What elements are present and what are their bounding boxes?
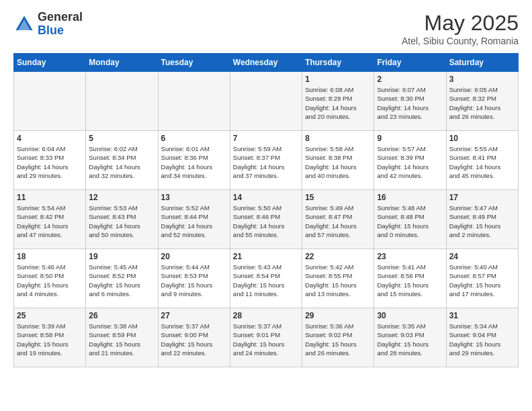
logo: General Blue xyxy=(13,11,83,38)
table-row: 10Sunrise: 5:55 AM Sunset: 8:41 PM Dayli… xyxy=(446,131,518,190)
calendar-header: Sunday Monday Tuesday Wednesday Thursday… xyxy=(14,54,519,72)
day-info: Sunrise: 5:47 AM Sunset: 8:49 PM Dayligh… xyxy=(449,203,515,239)
header-thursday: Thursday xyxy=(302,54,374,72)
table-row: 3Sunrise: 6:05 AM Sunset: 8:32 PM Daylig… xyxy=(446,72,518,131)
day-info: Sunrise: 5:35 AM Sunset: 9:03 PM Dayligh… xyxy=(377,322,443,357)
day-number: 14 xyxy=(233,193,299,202)
day-number: 23 xyxy=(377,252,443,261)
table-row: 24Sunrise: 5:40 AM Sunset: 8:57 PM Dayli… xyxy=(446,249,518,308)
day-info: Sunrise: 5:42 AM Sunset: 8:55 PM Dayligh… xyxy=(305,263,371,298)
table-row: 29Sunrise: 5:36 AM Sunset: 9:02 PM Dayli… xyxy=(302,308,374,367)
day-info: Sunrise: 6:05 AM Sunset: 8:32 PM Dayligh… xyxy=(449,85,515,121)
table-row: 11Sunrise: 5:54 AM Sunset: 8:42 PM Dayli… xyxy=(14,190,86,249)
header-friday: Friday xyxy=(374,54,446,72)
table-row: 6Sunrise: 6:01 AM Sunset: 8:36 PM Daylig… xyxy=(158,131,230,190)
day-number: 5 xyxy=(89,134,154,143)
table-row: 9Sunrise: 5:57 AM Sunset: 8:39 PM Daylig… xyxy=(374,131,446,190)
day-info: Sunrise: 5:59 AM Sunset: 8:37 PM Dayligh… xyxy=(233,144,299,180)
day-info: Sunrise: 5:55 AM Sunset: 8:41 PM Dayligh… xyxy=(449,144,515,180)
logo-blue: Blue xyxy=(38,24,64,37)
day-info: Sunrise: 6:07 AM Sunset: 8:30 PM Dayligh… xyxy=(377,85,443,121)
table-row: 5Sunrise: 6:02 AM Sunset: 8:34 PM Daylig… xyxy=(86,131,158,190)
day-info: Sunrise: 5:49 AM Sunset: 8:47 PM Dayligh… xyxy=(305,203,371,239)
day-number: 1 xyxy=(305,75,371,84)
table-row: 22Sunrise: 5:42 AM Sunset: 8:55 PM Dayli… xyxy=(302,249,374,308)
day-number: 2 xyxy=(377,75,443,84)
day-info: Sunrise: 5:36 AM Sunset: 9:02 PM Dayligh… xyxy=(305,322,371,357)
table-row: 25Sunrise: 5:39 AM Sunset: 8:58 PM Dayli… xyxy=(14,308,86,367)
day-info: Sunrise: 5:54 AM Sunset: 8:42 PM Dayligh… xyxy=(17,203,83,239)
table-row: 13Sunrise: 5:52 AM Sunset: 8:44 PM Dayli… xyxy=(158,190,230,249)
day-number: 29 xyxy=(305,311,371,320)
day-number: 4 xyxy=(17,134,83,143)
day-number: 9 xyxy=(377,134,443,143)
day-number: 17 xyxy=(449,193,515,202)
day-info: Sunrise: 5:58 AM Sunset: 8:38 PM Dayligh… xyxy=(305,144,371,180)
day-number: 19 xyxy=(89,252,154,261)
header: General Blue May 2025 Atel, Sibiu County… xyxy=(13,11,519,46)
day-number: 8 xyxy=(305,134,371,143)
day-info: Sunrise: 5:50 AM Sunset: 8:46 PM Dayligh… xyxy=(233,203,299,239)
header-wednesday: Wednesday xyxy=(230,54,302,72)
table-row: 19Sunrise: 5:45 AM Sunset: 8:52 PM Dayli… xyxy=(86,249,158,308)
table-row: 8Sunrise: 5:58 AM Sunset: 8:38 PM Daylig… xyxy=(302,131,374,190)
logo-icon xyxy=(13,13,35,35)
day-info: Sunrise: 5:44 AM Sunset: 8:53 PM Dayligh… xyxy=(161,263,227,298)
table-row: 1Sunrise: 6:08 AM Sunset: 8:29 PM Daylig… xyxy=(302,72,374,131)
day-info: Sunrise: 5:37 AM Sunset: 9:01 PM Dayligh… xyxy=(233,322,299,357)
day-number: 30 xyxy=(377,311,443,320)
day-info: Sunrise: 5:37 AM Sunset: 9:00 PM Dayligh… xyxy=(161,322,227,357)
table-row xyxy=(14,72,86,131)
day-info: Sunrise: 5:43 AM Sunset: 8:54 PM Dayligh… xyxy=(233,263,299,298)
day-number: 21 xyxy=(233,252,299,261)
day-info: Sunrise: 5:34 AM Sunset: 9:04 PM Dayligh… xyxy=(449,322,515,357)
day-info: Sunrise: 5:48 AM Sunset: 8:48 PM Dayligh… xyxy=(377,203,443,239)
calendar-table: Sunday Monday Tuesday Wednesday Thursday… xyxy=(13,53,519,367)
day-number: 27 xyxy=(161,311,227,320)
table-row: 21Sunrise: 5:43 AM Sunset: 8:54 PM Dayli… xyxy=(230,249,302,308)
table-row xyxy=(86,72,158,131)
table-row: 27Sunrise: 5:37 AM Sunset: 9:00 PM Dayli… xyxy=(158,308,230,367)
day-number: 3 xyxy=(449,75,515,84)
day-info: Sunrise: 5:52 AM Sunset: 8:44 PM Dayligh… xyxy=(161,203,227,239)
page: General Blue May 2025 Atel, Sibiu County… xyxy=(0,0,532,378)
day-number: 15 xyxy=(305,193,371,202)
day-info: Sunrise: 5:41 AM Sunset: 8:56 PM Dayligh… xyxy=(377,263,443,298)
day-info: Sunrise: 6:02 AM Sunset: 8:34 PM Dayligh… xyxy=(89,144,154,180)
table-row: 26Sunrise: 5:38 AM Sunset: 8:59 PM Dayli… xyxy=(86,308,158,367)
table-row: 23Sunrise: 5:41 AM Sunset: 8:56 PM Dayli… xyxy=(374,249,446,308)
table-row: 17Sunrise: 5:47 AM Sunset: 8:49 PM Dayli… xyxy=(446,190,518,249)
logo-text: General Blue xyxy=(38,11,83,38)
day-number: 16 xyxy=(377,193,443,202)
header-sunday: Sunday xyxy=(14,54,86,72)
day-number: 24 xyxy=(449,252,515,261)
logo-general: General xyxy=(38,10,83,24)
day-number: 12 xyxy=(89,193,154,202)
header-tuesday: Tuesday xyxy=(158,54,230,72)
day-number: 31 xyxy=(449,311,515,320)
day-info: Sunrise: 5:40 AM Sunset: 8:57 PM Dayligh… xyxy=(449,263,515,298)
table-row: 31Sunrise: 5:34 AM Sunset: 9:04 PM Dayli… xyxy=(446,308,518,367)
title-block: May 2025 Atel, Sibiu County, Romania xyxy=(402,11,519,46)
day-number: 28 xyxy=(233,311,299,320)
table-row xyxy=(158,72,230,131)
month-title: May 2025 xyxy=(402,11,519,36)
day-info: Sunrise: 6:08 AM Sunset: 8:29 PM Dayligh… xyxy=(305,85,371,121)
header-monday: Monday xyxy=(86,54,158,72)
day-info: Sunrise: 5:38 AM Sunset: 8:59 PM Dayligh… xyxy=(89,322,154,357)
day-info: Sunrise: 5:53 AM Sunset: 8:43 PM Dayligh… xyxy=(89,203,154,239)
table-row: 20Sunrise: 5:44 AM Sunset: 8:53 PM Dayli… xyxy=(158,249,230,308)
table-row: 2Sunrise: 6:07 AM Sunset: 8:30 PM Daylig… xyxy=(374,72,446,131)
day-number: 13 xyxy=(161,193,227,202)
table-row: 16Sunrise: 5:48 AM Sunset: 8:48 PM Dayli… xyxy=(374,190,446,249)
day-number: 7 xyxy=(233,134,299,143)
table-row: 12Sunrise: 5:53 AM Sunset: 8:43 PM Dayli… xyxy=(86,190,158,249)
day-number: 22 xyxy=(305,252,371,261)
table-row: 28Sunrise: 5:37 AM Sunset: 9:01 PM Dayli… xyxy=(230,308,302,367)
header-saturday: Saturday xyxy=(446,54,518,72)
calendar-body: 1Sunrise: 6:08 AM Sunset: 8:29 PM Daylig… xyxy=(14,72,519,367)
day-number: 11 xyxy=(17,193,83,202)
table-row: 4Sunrise: 6:04 AM Sunset: 8:33 PM Daylig… xyxy=(14,131,86,190)
location: Atel, Sibiu County, Romania xyxy=(402,36,519,46)
table-row: 18Sunrise: 5:46 AM Sunset: 8:50 PM Dayli… xyxy=(14,249,86,308)
